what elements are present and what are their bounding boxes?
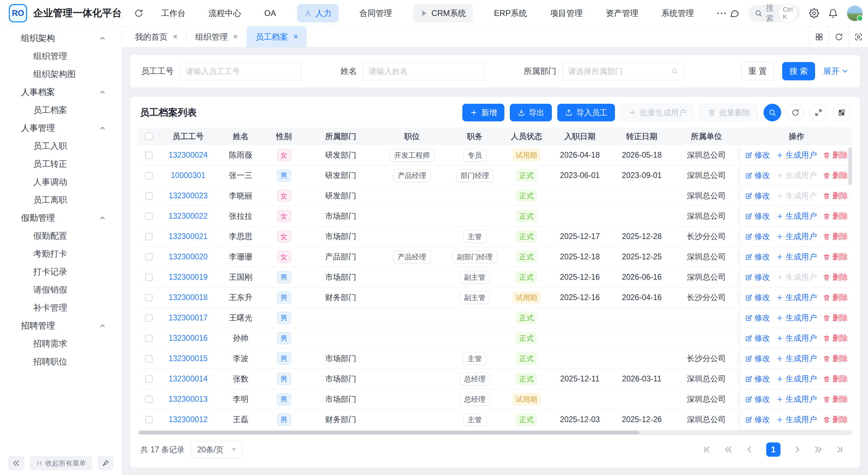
sidebar-item-员工档案[interactable]: 员工档案 bbox=[0, 101, 122, 119]
prev-page-button[interactable] bbox=[745, 445, 754, 454]
export-button[interactable]: 导出 bbox=[510, 104, 552, 121]
fullscreen-table-button[interactable] bbox=[810, 104, 827, 121]
tab-员工档案[interactable]: 员工档案× bbox=[247, 26, 307, 47]
employee-id-link[interactable]: 132300013 bbox=[169, 395, 208, 404]
generate-user-link[interactable]: 生成用户 bbox=[776, 150, 817, 160]
sidebar-group-人事档案[interactable]: 人事档案 bbox=[0, 83, 122, 101]
delete-link[interactable]: 删除 bbox=[823, 272, 848, 282]
sidebar-item-员工离职[interactable]: 员工离职 bbox=[0, 191, 122, 209]
add-button[interactable]: 新增 bbox=[462, 104, 504, 121]
edit-link[interactable]: 修改 bbox=[745, 211, 770, 221]
edit-link[interactable]: 修改 bbox=[745, 252, 770, 262]
expand-filters-link[interactable]: 展开 bbox=[823, 66, 849, 77]
edit-link[interactable]: 修改 bbox=[745, 414, 770, 425]
sidebar-group-招聘管理[interactable]: 招聘管理 bbox=[0, 317, 122, 335]
delete-link[interactable]: 删除 bbox=[823, 333, 848, 343]
nav-item-系统管理[interactable]: 系统管理 bbox=[659, 4, 696, 22]
first-page-button[interactable] bbox=[703, 445, 712, 454]
employee-id-link[interactable]: 132300021 bbox=[169, 232, 208, 241]
nav-item-流程中心[interactable]: 流程中心 bbox=[207, 4, 243, 22]
employee-id-link[interactable]: 132300019 bbox=[169, 273, 208, 282]
row-checkbox[interactable] bbox=[145, 274, 153, 281]
sidebar-item-员工入职[interactable]: 员工入职 bbox=[0, 137, 122, 155]
employee-id-link[interactable]: 132300024 bbox=[169, 151, 208, 160]
refresh-table-button[interactable] bbox=[787, 104, 804, 121]
generate-user-link[interactable]: 生成用户 bbox=[776, 374, 817, 384]
edit-link[interactable]: 修改 bbox=[745, 272, 770, 282]
edit-link[interactable]: 修改 bbox=[745, 150, 770, 160]
close-icon[interactable]: × bbox=[173, 33, 177, 41]
next-jump-button[interactable] bbox=[814, 445, 823, 454]
generate-user-link[interactable]: 生成用户 bbox=[776, 252, 817, 262]
sidebar-item-员工转正[interactable]: 员工转正 bbox=[0, 155, 122, 173]
delete-link[interactable]: 删除 bbox=[823, 374, 848, 384]
edit-link[interactable]: 修改 bbox=[745, 191, 770, 201]
generate-user-link[interactable]: 生成用户 bbox=[776, 272, 817, 282]
row-checkbox[interactable] bbox=[145, 355, 153, 362]
row-checkbox[interactable] bbox=[145, 314, 153, 322]
employee-id-link[interactable]: 132300015 bbox=[169, 354, 208, 363]
batch-generate-users-button[interactable]: 批量生成用户 bbox=[620, 104, 694, 121]
row-checkbox[interactable] bbox=[145, 152, 153, 159]
generate-user-link[interactable]: 生成用户 bbox=[776, 170, 817, 181]
prev-jump-button[interactable] bbox=[724, 445, 733, 454]
close-icon[interactable]: × bbox=[293, 33, 298, 41]
employee-id-link[interactable]: 132300016 bbox=[169, 334, 208, 343]
nav-item-工作台[interactable]: 工作台 bbox=[159, 4, 188, 22]
collapse-all-menus-button[interactable]: 收起所有菜单 bbox=[30, 456, 92, 470]
nav-item-项目管理[interactable]: 项目管理 bbox=[548, 4, 585, 22]
toggle-search-button[interactable] bbox=[764, 104, 781, 121]
import-button[interactable]: 导入员工 bbox=[557, 104, 615, 121]
sidebar-item-人事调动[interactable]: 人事调动 bbox=[0, 173, 122, 191]
collapse-sidebar-button[interactable] bbox=[8, 456, 24, 470]
edit-link[interactable]: 修改 bbox=[745, 313, 770, 323]
delete-link[interactable]: 删除 bbox=[823, 211, 848, 221]
row-checkbox[interactable] bbox=[145, 335, 153, 342]
reset-button[interactable]: 重 置 bbox=[741, 62, 774, 80]
filter-input-姓名[interactable]: 请输入姓名 bbox=[363, 62, 484, 80]
sidebar-item-请假销假[interactable]: 请假销假 bbox=[0, 281, 122, 299]
global-search[interactable]: 搜索 Ctrl K bbox=[748, 4, 801, 22]
row-checkbox[interactable] bbox=[145, 233, 153, 240]
sidebar-item-组织架构图[interactable]: 组织架构图 bbox=[0, 65, 122, 83]
edit-link[interactable]: 修改 bbox=[745, 333, 770, 343]
delete-link[interactable]: 删除 bbox=[823, 191, 848, 201]
row-checkbox[interactable] bbox=[145, 192, 153, 200]
row-checkbox[interactable] bbox=[145, 375, 153, 383]
tab-fullscreen-button[interactable] bbox=[848, 26, 868, 47]
row-checkbox[interactable] bbox=[145, 213, 153, 220]
employee-id-link[interactable]: 132300017 bbox=[169, 313, 208, 322]
delete-link[interactable]: 删除 bbox=[823, 170, 848, 181]
tab-refresh-button[interactable] bbox=[829, 26, 848, 47]
employee-id-link[interactable]: 132300020 bbox=[169, 252, 208, 261]
filter-select-所属部门[interactable]: 请选择所属部门 bbox=[562, 62, 684, 80]
employee-id-link[interactable]: 132300022 bbox=[169, 212, 208, 221]
next-page-button[interactable] bbox=[793, 445, 802, 454]
employee-id-link[interactable]: 10000301 bbox=[171, 171, 205, 180]
messages-icon[interactable] bbox=[729, 8, 739, 18]
tab-我的首页[interactable]: 我的首页× bbox=[126, 26, 186, 47]
delete-link[interactable]: 删除 bbox=[823, 292, 848, 303]
sidebar-item-考勤打卡[interactable]: 考勤打卡 bbox=[0, 245, 122, 263]
delete-link[interactable]: 删除 bbox=[823, 313, 848, 323]
nav-item-CRM系统[interactable]: CRM系统 bbox=[413, 4, 473, 22]
tab-组织管理[interactable]: 组织管理× bbox=[186, 26, 246, 47]
filter-input-员工工号[interactable]: 请输入员工工号 bbox=[180, 62, 301, 80]
batch-delete-button[interactable]: 批量删除 bbox=[700, 104, 758, 121]
delete-link[interactable]: 删除 bbox=[823, 231, 848, 242]
sidebar-item-补卡管理[interactable]: 补卡管理 bbox=[0, 299, 122, 317]
employee-id-link[interactable]: 132300023 bbox=[169, 191, 208, 200]
search-button[interactable]: 搜 索 bbox=[782, 62, 815, 80]
nav-item-合同管理[interactable]: 合同管理 bbox=[358, 4, 394, 22]
delete-link[interactable]: 删除 bbox=[823, 150, 848, 160]
employee-id-link[interactable]: 132300018 bbox=[169, 293, 208, 302]
row-checkbox[interactable] bbox=[145, 172, 153, 179]
delete-link[interactable]: 删除 bbox=[823, 414, 848, 425]
sidebar-item-假勤配置[interactable]: 假勤配置 bbox=[0, 227, 122, 245]
sidebar-group-假勤管理[interactable]: 假勤管理 bbox=[0, 209, 122, 227]
sidebar-item-招聘职位[interactable]: 招聘职位 bbox=[0, 353, 122, 371]
generate-user-link[interactable]: 生成用户 bbox=[776, 292, 817, 303]
settings-icon[interactable] bbox=[809, 8, 819, 18]
current-page-button[interactable]: 1 bbox=[766, 442, 780, 457]
generate-user-link[interactable]: 生成用户 bbox=[776, 231, 817, 242]
